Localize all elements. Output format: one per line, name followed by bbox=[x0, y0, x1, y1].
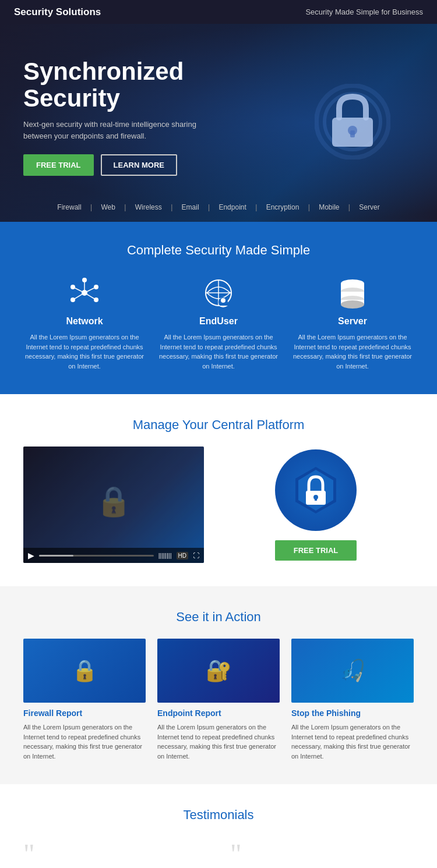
nav-mobile[interactable]: Mobile bbox=[319, 203, 339, 211]
firewall-img-icon: 🔒 bbox=[72, 658, 98, 683]
manage-trial-button[interactable]: FREE TRIAL bbox=[275, 540, 357, 561]
header: Security Solutions Security Made Simple … bbox=[0, 0, 437, 24]
feature-server-desc: All the Lorem Ipsum generators on the In… bbox=[291, 332, 414, 371]
nav-server[interactable]: Server bbox=[359, 203, 379, 211]
action-section: See it in Action 🔒 Firewall Report All t… bbox=[0, 586, 437, 784]
progress-bar[interactable] bbox=[39, 555, 154, 557]
testimonial-0: " All the Lorem Ipsum generators on the … bbox=[23, 840, 207, 868]
feature-server: Server All the Lorem Ipsum generators on… bbox=[291, 275, 414, 371]
hero-lock-icon bbox=[315, 84, 390, 162]
lock-graphic bbox=[275, 449, 357, 531]
network-icon bbox=[67, 275, 102, 310]
phishing-desc: All the Lorem Ipsum generators on the In… bbox=[291, 722, 414, 761]
phishing-img-icon: 🎣 bbox=[340, 658, 366, 683]
nav-encryption[interactable]: Encryption bbox=[266, 203, 299, 211]
manage-section: Manage Your Central Platform 🔒 ▶ |||||||… bbox=[0, 394, 437, 586]
svg-line-11 bbox=[73, 287, 84, 293]
endpoint-img-icon: 🔐 bbox=[206, 658, 232, 683]
svg-line-13 bbox=[73, 293, 84, 300]
testimonials-row: " All the Lorem Ipsum generators on the … bbox=[23, 840, 414, 868]
testimonials-section: Testimonials " All the Lorem Ipsum gener… bbox=[0, 784, 437, 868]
svg-line-14 bbox=[84, 293, 96, 300]
action-heading: See it in Action bbox=[23, 610, 414, 625]
action-row: 🔒 Firewall Report All the Lorem Ipsum ge… bbox=[23, 639, 414, 761]
hero-content: Synchronized Security Next-gen security … bbox=[23, 58, 245, 176]
feature-network: Network All the Lorem Ipsum generators o… bbox=[23, 275, 146, 371]
svg-rect-4 bbox=[350, 130, 355, 137]
hero-buttons: FREE TRIAL LEARN MORE bbox=[23, 154, 245, 176]
nav-firewall[interactable]: Firewall bbox=[57, 203, 81, 211]
hero-title: Synchronized Security bbox=[23, 58, 245, 112]
svg-point-27 bbox=[341, 300, 364, 309]
video-time: |||||||| bbox=[158, 552, 172, 559]
nav-web[interactable]: Web bbox=[101, 203, 115, 211]
svg-point-20 bbox=[221, 298, 225, 303]
header-tagline: Security Made Simple for Business bbox=[305, 8, 423, 16]
endpoint-desc: All the Lorem Ipsum generators on the In… bbox=[157, 722, 280, 761]
firewall-link[interactable]: Firewall Report bbox=[23, 708, 146, 718]
video-player[interactable]: 🔒 ▶ |||||||| HD ⛶ bbox=[23, 447, 204, 563]
nav-wireless[interactable]: Wireless bbox=[135, 203, 162, 211]
features-heading: Complete Security Made Simple bbox=[23, 243, 414, 258]
feature-network-desc: All the Lorem Ipsum generators on the In… bbox=[23, 332, 146, 371]
svg-line-12 bbox=[84, 287, 96, 293]
phishing-image: 🎣 bbox=[291, 639, 414, 703]
hero-section: Synchronized Security Next-gen security … bbox=[0, 24, 437, 222]
testimonials-heading: Testimonials bbox=[23, 807, 414, 823]
firewall-image: 🔒 bbox=[23, 639, 146, 703]
logo: Security Solutions bbox=[14, 6, 101, 18]
features-section: Complete Security Made Simple Network Al… bbox=[0, 222, 437, 394]
video-lock-icon: 🔒 bbox=[96, 484, 132, 518]
feature-enduser-desc: All the Lorem Ipsum generators on the In… bbox=[157, 332, 280, 371]
play-button[interactable]: ▶ bbox=[28, 551, 34, 560]
nav-endpoint[interactable]: Endpoint bbox=[218, 203, 246, 211]
quote-mark-1: " bbox=[230, 840, 414, 868]
manage-heading: Manage Your Central Platform bbox=[23, 417, 414, 433]
nav-email[interactable]: Email bbox=[182, 203, 199, 211]
feature-server-title: Server bbox=[291, 316, 414, 327]
central-lock-icon bbox=[290, 464, 342, 516]
features-row: Network All the Lorem Ipsum generators o… bbox=[23, 275, 414, 371]
quote-mark-0: " bbox=[23, 840, 207, 868]
hero-nav: Firewall | Web | Wireless | Email | Endp… bbox=[0, 203, 437, 211]
hero-subtitle: Next-gen security with real-time intelli… bbox=[23, 119, 198, 141]
action-card-endpoint: 🔐 Endpoint Report All the Lorem Ipsum ge… bbox=[157, 639, 280, 761]
action-card-firewall: 🔒 Firewall Report All the Lorem Ipsum ge… bbox=[23, 639, 146, 761]
manage-right: FREE TRIAL bbox=[218, 449, 414, 561]
free-trial-button[interactable]: FREE TRIAL bbox=[23, 154, 94, 176]
firewall-desc: All the Lorem Ipsum generators on the In… bbox=[23, 722, 146, 761]
feature-network-title: Network bbox=[23, 316, 146, 327]
progress-fill bbox=[39, 555, 73, 557]
feature-enduser: EndUser All the Lorem Ipsum generators o… bbox=[157, 275, 280, 371]
feature-enduser-title: EndUser bbox=[157, 316, 280, 327]
testimonial-1: " All the Lorem Ipsum generators on the … bbox=[230, 840, 414, 868]
fullscreen-icon[interactable]: ⛶ bbox=[193, 552, 199, 559]
enduser-icon bbox=[201, 275, 236, 310]
hd-badge: HD bbox=[177, 552, 188, 559]
video-controls: ▶ |||||||| HD ⛶ bbox=[23, 548, 204, 563]
manage-row: 🔒 ▶ |||||||| HD ⛶ bbox=[23, 447, 414, 563]
endpoint-image: 🔐 bbox=[157, 639, 280, 703]
server-icon bbox=[335, 275, 370, 310]
endpoint-link[interactable]: Endpoint Report bbox=[157, 708, 280, 718]
svg-rect-32 bbox=[315, 497, 317, 501]
phishing-link[interactable]: Stop the Phishing bbox=[291, 708, 414, 718]
action-card-phishing: 🎣 Stop the Phishing All the Lorem Ipsum … bbox=[291, 639, 414, 761]
learn-more-button[interactable]: LEARN MORE bbox=[101, 154, 177, 176]
